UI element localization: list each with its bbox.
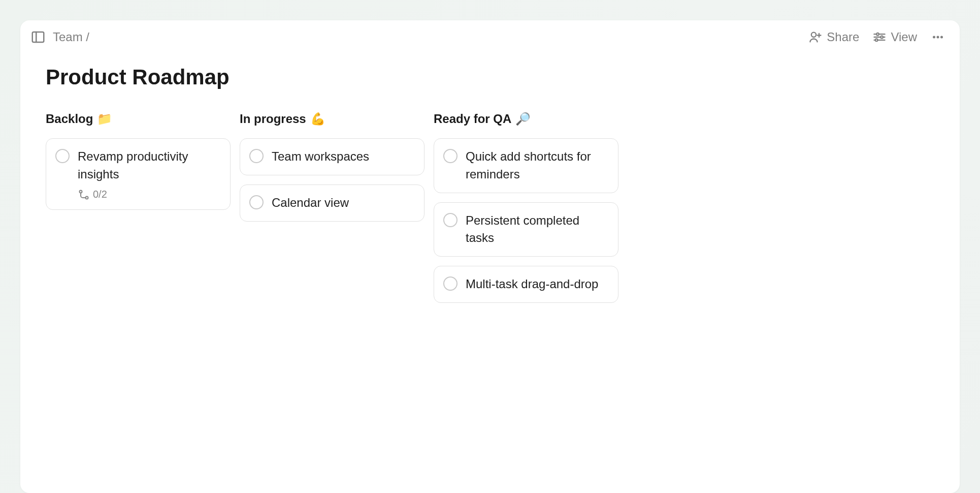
task-checkbox[interactable] (55, 149, 70, 163)
svg-point-8 (881, 36, 884, 39)
share-label: Share (827, 30, 859, 44)
topbar: Team / Share (20, 20, 960, 50)
task-card[interactable]: Calendar view (240, 184, 424, 222)
column-header[interactable]: Ready for QA 🔎 (434, 112, 618, 126)
subtask-icon (78, 189, 89, 200)
content-area: Product Roadmap Backlog 📁 Revamp product… (20, 50, 960, 493)
svg-point-13 (940, 36, 943, 39)
flex-arm-icon: 💪 (310, 112, 325, 126)
column-title: Ready for QA (434, 112, 511, 126)
magnifier-icon: 🔎 (515, 112, 531, 126)
svg-rect-0 (32, 32, 44, 42)
task-checkbox[interactable] (443, 149, 458, 163)
task-title: Persistent completed tasks (466, 212, 608, 248)
breadcrumb[interactable]: Team / (53, 30, 89, 44)
task-card[interactable]: Quick add shortcuts for reminders (434, 138, 618, 193)
task-card[interactable]: Team workspaces (240, 138, 424, 175)
column-header[interactable]: In progress 💪 (240, 112, 424, 126)
kanban-board: Backlog 📁 Revamp productivity insights (46, 112, 934, 312)
task-checkbox[interactable] (249, 195, 264, 209)
subtask-count: 0/2 (93, 189, 107, 200)
column-ready-qa: Ready for QA 🔎 Quick add shortcuts for r… (434, 112, 618, 312)
svg-point-2 (811, 33, 816, 37)
view-button[interactable]: View (872, 30, 917, 44)
more-menu-icon[interactable] (930, 29, 945, 45)
task-title: Calendar view (272, 194, 414, 212)
column-backlog: Backlog 📁 Revamp productivity insights (46, 112, 231, 312)
task-checkbox[interactable] (443, 276, 458, 291)
column-in-progress: In progress 💪 Team workspaces Calendar v… (240, 112, 424, 312)
task-title: Revamp productivity insights (78, 148, 220, 183)
main-panel: Team / Share (20, 20, 960, 493)
task-card[interactable]: Multi-task drag-and-drop (434, 266, 618, 303)
view-label: View (891, 30, 917, 44)
task-title: Team workspaces (272, 148, 414, 166)
page-title: Product Roadmap (46, 65, 934, 89)
column-title: Backlog (46, 112, 93, 126)
task-card[interactable]: Persistent completed tasks (434, 202, 618, 257)
svg-point-6 (877, 33, 879, 36)
column-header[interactable]: Backlog 📁 (46, 112, 231, 126)
task-subtask-meta: 0/2 (78, 189, 220, 200)
task-checkbox[interactable] (443, 213, 458, 227)
svg-point-10 (875, 39, 878, 42)
column-title: In progress (240, 112, 306, 126)
svg-point-11 (933, 36, 935, 39)
folder-icon: 📁 (97, 112, 112, 126)
sidebar-toggle-icon[interactable] (30, 29, 46, 45)
add-person-icon (808, 30, 823, 44)
task-title: Quick add shortcuts for reminders (466, 148, 608, 183)
share-button[interactable]: Share (808, 30, 859, 44)
task-checkbox[interactable] (249, 149, 264, 163)
task-title: Multi-task drag-and-drop (466, 275, 608, 293)
svg-point-12 (937, 36, 939, 39)
task-card[interactable]: Revamp productivity insights 0/2 (46, 138, 231, 210)
sliders-icon (872, 30, 887, 44)
